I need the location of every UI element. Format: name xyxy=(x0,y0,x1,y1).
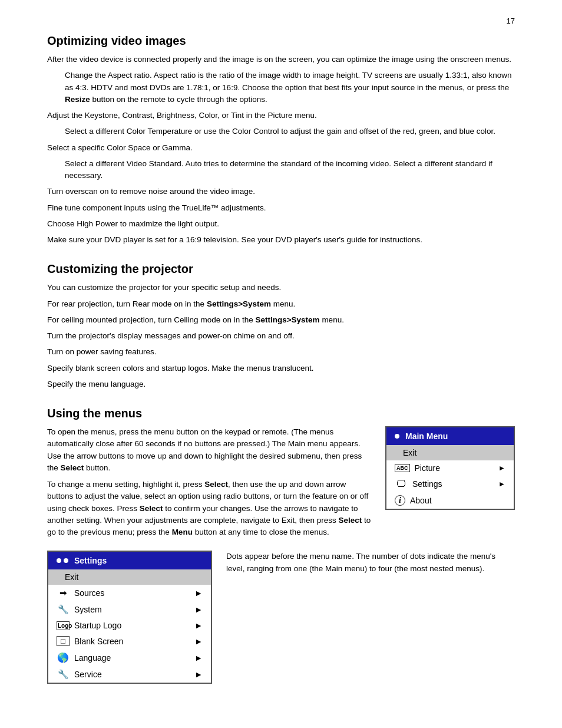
settings-service-label: Service xyxy=(74,670,102,679)
language-arrow: ► xyxy=(194,653,203,663)
sources-arrow: ► xyxy=(194,588,203,598)
system-icon: 🔧 xyxy=(57,604,70,615)
optimizing-para-2: Change the Aspect ratio. Aspect ratio is… xyxy=(65,70,515,106)
optimizing-para-5: Select a specific Color Space or Gamma. xyxy=(47,142,515,154)
startup-logo-arrow: ► xyxy=(194,621,203,630)
settings-menu-header: Settings xyxy=(48,552,211,569)
about-icon: i xyxy=(395,495,405,506)
blank-screen-arrow: ► xyxy=(194,637,203,646)
settings-menu-language[interactable]: 🌎 Language ► xyxy=(48,649,211,666)
dots-description-col: Dots appear before the menu name. The nu… xyxy=(226,551,515,579)
settings-menu-service[interactable]: 🔧 Service ► xyxy=(48,666,211,683)
settings-menu-startup-logo[interactable]: Logo Startup Logo ► xyxy=(48,618,211,633)
optimizing-para-3: Adjust the Keystone, Contrast, Brightnes… xyxy=(47,110,515,121)
optimizing-para-1: After the video device is connected prop… xyxy=(47,54,515,65)
optimizing-para-6: Select a different Video Standard. Auto … xyxy=(65,158,515,182)
customizing-para-2: For rear projection, turn Rear mode on i… xyxy=(47,298,515,310)
startup-logo-icon: Logo xyxy=(57,621,70,630)
customizing-para-3: For ceiling mounted projection, turn Cei… xyxy=(47,314,515,326)
settings-dot-1 xyxy=(57,558,61,563)
optimizing-para-4: Select a different Color Temperature or … xyxy=(65,126,515,137)
menus-section: Using the menus To open the menus, press… xyxy=(47,407,515,684)
optimizing-para-9: Choose High Power to maximize the light … xyxy=(47,218,515,230)
settings-menu-title: Settings xyxy=(74,556,107,565)
main-menu-about-label: About xyxy=(410,496,432,505)
menus-heading: Using the menus xyxy=(47,407,515,420)
main-menu-exit-label: Exit xyxy=(403,448,416,457)
customizing-para-7: Specify the menu language. xyxy=(47,378,515,390)
settings-menu-col: Settings Exit ➡ Sources ► 🔧 System ► xyxy=(47,551,212,684)
customizing-section: Customizing the projector You can custom… xyxy=(47,262,515,390)
settings-language-label: Language xyxy=(74,653,111,663)
main-menu-settings-label: Settings xyxy=(412,479,442,489)
settings-menu-system[interactable]: 🔧 System ► xyxy=(48,601,211,618)
menus-bottom-two-col: Settings Exit ➡ Sources ► 🔧 System ► xyxy=(47,551,515,684)
customizing-para-5: Turn on power saving features. xyxy=(47,346,515,358)
customizing-para-4: Turn the projector's display messages an… xyxy=(47,330,515,342)
optimizing-para-7: Turn overscan on to remove noise around … xyxy=(47,186,515,197)
settings-sources-label: Sources xyxy=(74,588,104,598)
main-menu-exit[interactable]: Exit xyxy=(386,445,514,460)
main-menu-header: Main Menu xyxy=(386,427,514,445)
optimizing-para-8: Fine tune component inputs using the Tru… xyxy=(47,202,515,214)
main-menu-settings[interactable]: 🖵 Settings ► xyxy=(386,476,514,492)
settings-menu-blank-screen[interactable]: □ Blank Screen ► xyxy=(48,633,211,649)
customizing-heading: Customizing the projector xyxy=(47,262,515,276)
blank-screen-icon: □ xyxy=(57,636,70,646)
menu-dot xyxy=(395,434,399,439)
settings-dot-2 xyxy=(64,558,68,563)
optimizing-para-10: Make sure your DVD player is set for a 1… xyxy=(47,234,515,246)
settings-menu-box: Settings Exit ➡ Sources ► 🔧 System ► xyxy=(47,551,212,684)
dots-description: Dots appear before the menu name. The nu… xyxy=(226,551,515,575)
settings-startup-logo-label: Startup Logo xyxy=(74,621,121,630)
menus-para-2: To change a menu setting, highlight it, … xyxy=(47,479,371,538)
settings-blank-screen-label: Blank Screen xyxy=(74,637,123,646)
main-menu-box: Main Menu Exit ABC Picture ► 🖵 Settings … xyxy=(385,426,515,510)
service-arrow: ► xyxy=(194,670,203,679)
customizing-para-1: You can customize the projector for your… xyxy=(47,282,515,294)
settings-menu-exit[interactable]: Exit xyxy=(48,569,211,585)
settings-exit-label: Exit xyxy=(65,572,78,582)
customizing-para-6: Specify blank screen colors and startup … xyxy=(47,363,515,374)
menus-two-col: To open the menus, press the menu button… xyxy=(47,426,515,542)
settings-menu-sources[interactable]: ➡ Sources ► xyxy=(48,585,211,601)
main-menu-title: Main Menu xyxy=(405,431,448,441)
main-menu-about[interactable]: i About xyxy=(386,492,514,509)
settings-system-label: System xyxy=(74,605,102,614)
language-icon: 🌎 xyxy=(57,652,70,663)
settings-arrow: ► xyxy=(498,480,505,488)
service-icon: 🔧 xyxy=(57,669,70,680)
optimizing-section: Optimizing video images After the video … xyxy=(47,34,515,246)
menus-para-1: To open the menus, press the menu button… xyxy=(47,426,371,474)
settings-icon: 🖵 xyxy=(395,479,408,489)
picture-icon: ABC xyxy=(395,464,410,472)
main-menu-picture[interactable]: ABC Picture ► xyxy=(386,460,514,476)
picture-arrow: ► xyxy=(498,464,505,472)
page-number: 17 xyxy=(507,17,515,25)
main-menu-picture-label: Picture xyxy=(415,463,441,473)
sources-icon: ➡ xyxy=(57,588,70,598)
menus-text-col: To open the menus, press the menu button… xyxy=(47,426,371,542)
system-arrow: ► xyxy=(194,605,203,614)
optimizing-heading: Optimizing video images xyxy=(47,34,515,48)
